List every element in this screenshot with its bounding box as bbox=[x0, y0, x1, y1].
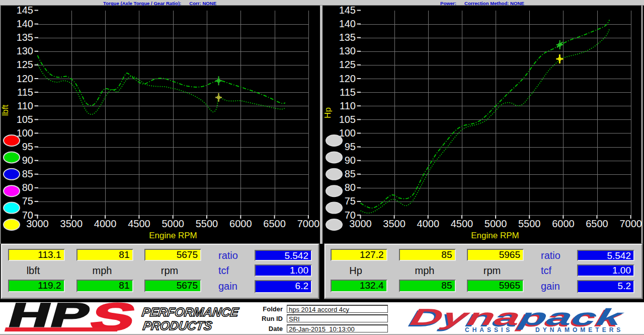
svg-text:5000: 5000 bbox=[485, 218, 507, 229]
svg-text:7000: 7000 bbox=[297, 218, 320, 229]
svg-text:85: 85 bbox=[22, 168, 33, 179]
svg-text:95: 95 bbox=[22, 141, 33, 152]
svg-text:120: 120 bbox=[17, 73, 33, 84]
svg-text:3500: 3500 bbox=[383, 218, 406, 229]
svg-text:75: 75 bbox=[22, 195, 33, 207]
svg-text:85: 85 bbox=[345, 168, 356, 179]
svg-text:135: 135 bbox=[17, 32, 33, 43]
svg-text:140: 140 bbox=[17, 18, 33, 29]
svg-text:100: 100 bbox=[17, 127, 33, 139]
svg-text:Hp: Hp bbox=[323, 107, 333, 118]
svg-text:135: 135 bbox=[339, 32, 356, 43]
svg-text:4500: 4500 bbox=[451, 218, 473, 229]
svg-text:110: 110 bbox=[17, 100, 33, 111]
svg-text:Engine RPM: Engine RPM bbox=[471, 231, 519, 240]
svg-text:95: 95 bbox=[345, 141, 356, 152]
svg-text:100: 100 bbox=[339, 127, 356, 139]
svg-text:140: 140 bbox=[339, 18, 356, 29]
svg-text:3500: 3500 bbox=[60, 218, 83, 229]
svg-text:4500: 4500 bbox=[128, 218, 150, 229]
svg-text:6500: 6500 bbox=[586, 218, 608, 229]
svg-text:4000: 4000 bbox=[94, 218, 117, 229]
svg-text:6000: 6000 bbox=[229, 218, 252, 229]
svg-text:4000: 4000 bbox=[417, 218, 440, 229]
svg-text:7000: 7000 bbox=[619, 218, 642, 229]
svg-text:90: 90 bbox=[345, 155, 356, 166]
svg-text:125: 125 bbox=[339, 59, 356, 70]
svg-text:80: 80 bbox=[22, 182, 33, 193]
svg-text:Engine RPM: Engine RPM bbox=[149, 231, 197, 240]
svg-text:105: 105 bbox=[339, 114, 356, 125]
svg-text:lbft: lbft bbox=[1, 104, 10, 116]
svg-text:6500: 6500 bbox=[263, 218, 286, 229]
svg-text:115: 115 bbox=[17, 87, 33, 98]
svg-text:125: 125 bbox=[17, 59, 33, 70]
svg-text:145: 145 bbox=[339, 5, 356, 16]
svg-text:90: 90 bbox=[22, 155, 33, 166]
svg-text:130: 130 bbox=[17, 45, 33, 56]
svg-text:3000: 3000 bbox=[349, 218, 372, 229]
svg-text:110: 110 bbox=[340, 100, 356, 111]
svg-text:5500: 5500 bbox=[196, 218, 218, 229]
svg-text:115: 115 bbox=[340, 87, 356, 98]
svg-text:105: 105 bbox=[17, 114, 33, 125]
svg-text:6000: 6000 bbox=[552, 218, 575, 229]
svg-text:5500: 5500 bbox=[518, 218, 541, 229]
svg-text:5000: 5000 bbox=[162, 218, 184, 229]
svg-text:120: 120 bbox=[339, 73, 356, 84]
svg-text:145: 145 bbox=[17, 5, 33, 16]
svg-text:130: 130 bbox=[339, 45, 356, 56]
svg-text:3000: 3000 bbox=[26, 218, 49, 229]
svg-text:80: 80 bbox=[345, 182, 356, 193]
svg-text:75: 75 bbox=[345, 195, 356, 207]
